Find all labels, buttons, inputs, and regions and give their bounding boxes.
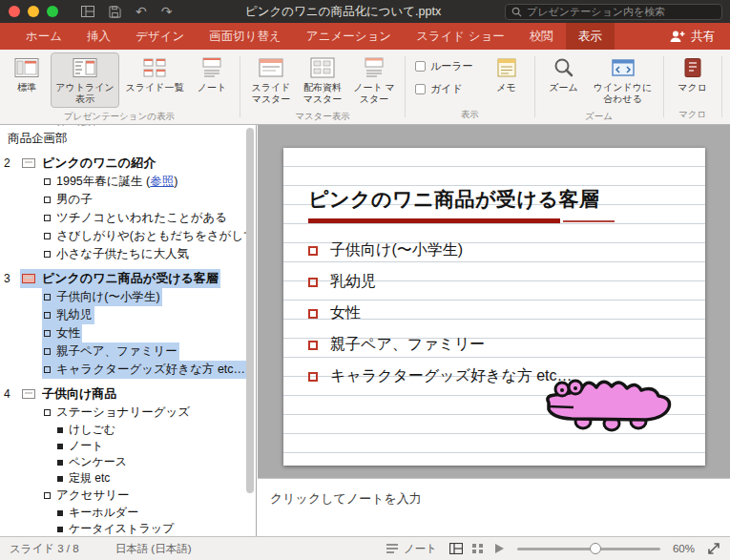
ribbon-tab-4[interactable]: アニメーション xyxy=(294,23,404,50)
outline-text[interactable]: 商品企画部 xyxy=(8,131,68,147)
outline-item[interactable]: 女性 xyxy=(0,324,256,342)
slide-bullet-item[interactable]: 乳幼児 xyxy=(308,266,573,298)
zoom-percentage[interactable]: 60% xyxy=(673,543,695,554)
ribbon-tab-7[interactable]: 表示 xyxy=(566,23,615,50)
outline-text[interactable]: 小さな子供たちに大人気 xyxy=(56,246,189,262)
outline-item[interactable]: 小さな子供たちに大人気 xyxy=(0,245,256,263)
slide-canvas-area[interactable]: ピンクのワニ商品が受ける客層 子供向け(〜小学生)乳幼児女性親子ペア、ファミリー… xyxy=(258,125,730,478)
outline-text[interactable]: 1995年春に誕生 (参照) xyxy=(56,174,177,190)
outline-text[interactable]: ノート xyxy=(69,438,104,454)
outline-text[interactable]: ペンケース xyxy=(69,454,127,470)
zoom-slider[interactable] xyxy=(517,548,660,550)
handout-master-button[interactable]: 配布資料 マスター xyxy=(298,52,347,108)
outline-text[interactable]: 子供向け(〜小学生) xyxy=(56,289,160,305)
ruler-checkbox[interactable]: ルーラー xyxy=(415,59,473,73)
ribbon-tab-2[interactable]: デザイン xyxy=(123,23,197,50)
outline-text[interactable]: 子供向け商品 xyxy=(42,385,116,403)
close-window-button[interactable] xyxy=(9,6,20,17)
normal-view-button-small[interactable] xyxy=(449,543,463,554)
outline-text[interactable]: キャラクターグッズ好きな方 etc… xyxy=(56,362,245,378)
zoom-window-button[interactable] xyxy=(47,6,58,17)
share-button[interactable]: 共有 xyxy=(669,23,715,50)
slide-title[interactable]: ピンクのワニ商品が受ける客層 xyxy=(308,186,599,213)
search-box[interactable]: プレゼンテーション内を検索 xyxy=(505,4,722,20)
outline-text[interactable]: ピンクのワニの紹介 xyxy=(42,155,156,172)
slideshow-play-button[interactable] xyxy=(493,543,505,554)
slide-body[interactable]: 子供向け(〜小学生)乳幼児女性親子ペア、ファミリーキャラクターグッズ好きな方 e… xyxy=(308,235,573,392)
ribbon-tab-1[interactable]: 挿入 xyxy=(74,23,123,50)
outline-text[interactable]: 男の子 xyxy=(56,192,93,208)
slide-master-button[interactable]: スライド マスター xyxy=(246,52,296,108)
outline-text[interactable]: ケータイストラップ xyxy=(69,521,174,536)
normal-view-button[interactable]: 標準 xyxy=(5,52,49,96)
outline-item[interactable]: 親子ペア、ファミリー xyxy=(0,342,256,361)
notes-toggle[interactable]: ノート xyxy=(386,542,437,556)
slide-bullet-item[interactable]: 女性 xyxy=(308,298,573,329)
slide-bullet-item[interactable]: キャラクターグッズ好きな方 etc… xyxy=(308,361,573,392)
outline-item[interactable]: キーホルダー xyxy=(0,505,256,521)
notes-pane[interactable]: クリックしてノートを入力 xyxy=(258,478,730,536)
ribbon-tab-3[interactable]: 画面切り替え xyxy=(197,23,294,50)
redo-icon[interactable]: ↷ xyxy=(161,5,173,18)
outline-text[interactable]: アクセサリー xyxy=(56,487,129,504)
scrollbar-thumb[interactable] xyxy=(246,128,254,493)
outline-item[interactable]: さびしがりや(おともだちをさがしている) xyxy=(0,227,256,245)
outline-slide-title[interactable]: 2ピンクのワニの紹介 xyxy=(0,153,256,173)
outline-item[interactable]: 商品企画部 xyxy=(0,130,256,148)
slide-thumbnail-icon[interactable] xyxy=(22,158,35,168)
outline-item[interactable]: ツチノコといわれたことがある xyxy=(0,209,256,227)
fit-to-window-button[interactable]: ウインドウに合わせる xyxy=(589,52,657,108)
slide-sorter-button-small[interactable] xyxy=(471,543,485,554)
outline-text[interactable]: ステーショナリーグッズ xyxy=(56,404,190,421)
ribbon-tab-6[interactable]: 校閲 xyxy=(517,23,566,50)
ribbon-tab-0[interactable]: ホーム xyxy=(13,23,74,50)
outline-item[interactable]: ノート xyxy=(0,438,256,454)
outline-text[interactable]: 女性 xyxy=(56,325,80,342)
guides-checkbox-box[interactable] xyxy=(415,84,426,94)
guides-checkbox[interactable]: ガイド xyxy=(415,82,473,96)
outline-view-button[interactable]: アウトライン表示 xyxy=(51,52,119,108)
undo-icon[interactable]: ↶ xyxy=(136,5,147,18)
slide-bullet-item[interactable]: 子供向け(〜小学生) xyxy=(308,235,573,266)
outline-slide-title[interactable]: 3ピンクのワニ商品が受ける客層 xyxy=(0,268,256,288)
zoom-slider-knob[interactable] xyxy=(590,543,601,554)
outline-item[interactable]: 男の子 xyxy=(0,191,256,209)
outline-item[interactable]: ステーショナリーグッズ xyxy=(0,404,256,422)
slide-thumbnail-icon[interactable] xyxy=(22,274,35,283)
outline-scrollbar[interactable] xyxy=(246,128,255,533)
notes-master-button[interactable]: ノート マスター xyxy=(349,52,399,108)
notes-toggle-button[interactable]: メモ xyxy=(485,52,529,96)
slide-bullet-item[interactable]: 親子ペア、ファミリー xyxy=(308,329,573,361)
outline-text[interactable]: 定規 etc xyxy=(69,470,110,487)
outline-text[interactable]: …株式会社 xyxy=(44,125,104,129)
outline-item[interactable]: 定規 etc xyxy=(0,470,256,487)
crocodile-drawing[interactable] xyxy=(543,364,677,433)
save-icon[interactable] xyxy=(109,6,121,18)
outline-text[interactable]: さびしがりや(おともだちをさがしている) xyxy=(56,228,257,244)
outline-text[interactable]: ツチノコといわれたことがある xyxy=(56,210,227,226)
outline-item[interactable]: 子供向け(〜小学生) xyxy=(0,288,256,306)
slide-sorter-button[interactable]: スライド一覧 xyxy=(121,52,188,96)
outline-text[interactable]: けしごむ xyxy=(69,422,115,438)
minimize-window-button[interactable] xyxy=(28,6,39,17)
outline-item[interactable]: ペンケース xyxy=(0,454,256,470)
outline-slide-title[interactable]: 4子供向け商品 xyxy=(0,384,256,404)
slide-thumbnail-icon[interactable] xyxy=(22,389,35,399)
outline-pane[interactable]: …株式会社商品企画部2ピンクのワニの紹介1995年春に誕生 (参照)男の子ツチノ… xyxy=(0,125,257,536)
ribbon-tab-5[interactable]: スライド ショー xyxy=(404,23,517,50)
notes-page-button[interactable]: ノート xyxy=(190,52,234,96)
outline-item[interactable]: 乳幼児 xyxy=(0,306,256,324)
reference-link[interactable]: 参照 xyxy=(150,175,174,188)
slide[interactable]: ピンクのワニ商品が受ける客層 子供向け(〜小学生)乳幼児女性親子ペア、ファミリー… xyxy=(283,148,705,466)
outline-text[interactable]: キーホルダー xyxy=(69,505,138,521)
outline-item[interactable]: 1995年春に誕生 (参照) xyxy=(0,173,256,191)
outline-item[interactable]: ケータイストラップ xyxy=(0,521,256,536)
outline-item[interactable]: キャラクターグッズ好きな方 etc… xyxy=(0,361,256,379)
outline-item[interactable]: アクセサリー xyxy=(0,487,256,505)
outline-text[interactable]: 親子ペア、ファミリー xyxy=(56,343,177,360)
outline-text[interactable]: 乳幼児 xyxy=(56,307,93,323)
language-indicator[interactable]: 日本語 (日本語) xyxy=(115,542,192,556)
notes-placeholder[interactable]: クリックしてノートを入力 xyxy=(270,491,422,506)
view-switcher-icon[interactable] xyxy=(81,6,94,17)
fit-slide-to-window-icon[interactable] xyxy=(707,542,720,555)
